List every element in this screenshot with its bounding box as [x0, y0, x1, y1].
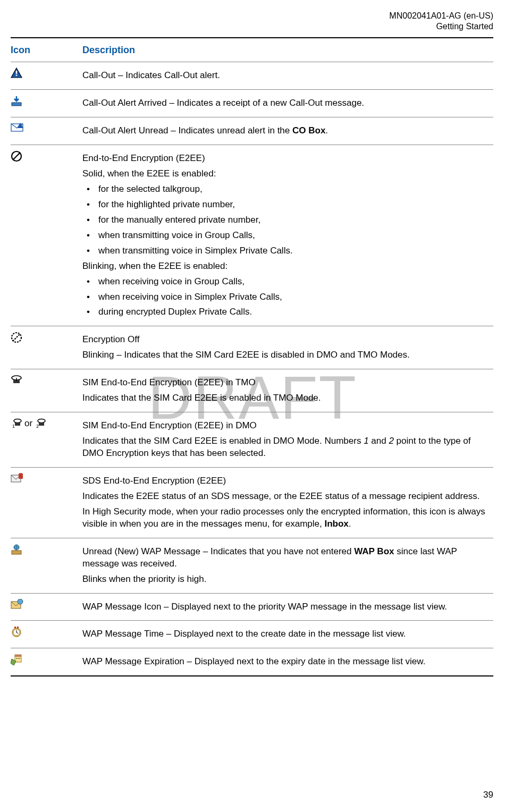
svg-rect-2: [16, 75, 17, 76]
svg-line-10: [13, 334, 20, 341]
sim-dmo-desc: Indicates that the SIM Card E2EE is enab…: [82, 435, 490, 460]
table-row: SDS End-to-End Encryption (E2EE) Indicat…: [11, 467, 493, 538]
e2ee-blink-list: when receiving voice in Group Calls, whe…: [82, 276, 490, 319]
wap-message-icon: [11, 599, 22, 611]
sds-e2ee-title: SDS End-to-End Encryption (E2EE): [82, 475, 490, 487]
table-row: Encryption Off Blinking – Indicates that…: [11, 326, 493, 369]
sds-e2ee-icon: [11, 473, 22, 485]
svg-marker-4: [14, 99, 19, 102]
table-row: WAP Message Expiration – Displayed next …: [11, 648, 493, 676]
svg-rect-36: [18, 658, 19, 659]
sim-dmo-title: SIM End-to-End Encryption (E2EE) in DMO: [82, 420, 490, 432]
callout-unread-description: Call-Out Alert Unread – Indicates unread…: [82, 125, 490, 137]
icon-description-table: Icon Description Call-Out – Indicates Ca…: [11, 38, 493, 676]
sim-e2ee-dmo-key2-icon: 2: [35, 418, 46, 430]
list-item: when transmitting voice in Group Calls,: [82, 230, 490, 242]
svg-rect-37: [19, 658, 20, 659]
e2ee-enabled-icon: [11, 150, 22, 162]
list-item: for the highlighted private number,: [82, 199, 490, 211]
page-number: 39: [483, 789, 493, 801]
list-item: during encrypted Duplex Private Calls.: [82, 306, 490, 318]
column-header-icon: Icon: [11, 38, 82, 62]
table-row: Unread (New) WAP Message – Indicates tha…: [11, 538, 493, 593]
sim-tmo-title: SIM End-to-End Encryption (E2EE) in TMO: [82, 377, 490, 389]
list-item: when transmitting voice in Simplex Priva…: [82, 245, 490, 257]
list-item: for the manually entered private number,: [82, 214, 490, 226]
e2ee-solid-intro: Solid, when the E2EE is enabled:: [82, 168, 490, 180]
e2ee-title: End-to-End Encryption (E2EE): [82, 153, 490, 165]
page-header-meta: MN002041A01-AG (en-US) Getting Started: [11, 11, 493, 32]
svg-rect-23: [12, 551, 21, 554]
callout-description: Call-Out – Indicates Call-Out alert.: [82, 70, 490, 82]
svg-text:2: 2: [36, 424, 39, 429]
svg-rect-30: [17, 627, 19, 628]
svg-point-14: [14, 419, 21, 422]
list-item: for the selected talkgroup,: [82, 183, 490, 196]
table-row: WAP Message Icon – Displayed next to the…: [11, 593, 493, 621]
svg-rect-18: [39, 422, 44, 426]
svg-rect-15: [15, 422, 20, 426]
svg-point-17: [38, 419, 45, 422]
enc-off-desc: Blinking – Indicates that the SIM Card E…: [82, 349, 490, 361]
wap-unread-icon: [11, 544, 22, 555]
or-text: or: [24, 418, 32, 430]
svg-rect-34: [15, 655, 21, 657]
wap-message-icon-desc: WAP Message Icon – Displayed next to the…: [82, 601, 490, 613]
callout-unread-icon: [11, 123, 22, 134]
table-row: End-to-End Encryption (E2EE) Solid, when…: [11, 145, 493, 326]
sds-e2ee-desc2: In High Security mode, when your radio p…: [82, 506, 490, 530]
sim-e2ee-dmo-key1-icon: 1: [11, 418, 22, 430]
list-item: when receiving voice in Simplex Private …: [82, 291, 490, 303]
callout-arrived-icon: [11, 95, 22, 107]
table-row: SIM End-to-End Encryption (E2EE) in TMO …: [11, 369, 493, 412]
list-item: when receiving voice in Group Calls,: [82, 276, 490, 288]
callout-arrived-description: Call-Out Alert Arrived – Indicates a rec…: [82, 97, 490, 109]
table-row: Call-Out Alert Unread – Indicates unread…: [11, 117, 493, 145]
table-row: WAP Message Time – Displayed next to the…: [11, 621, 493, 648]
svg-point-26: [18, 599, 23, 604]
wap-unread-desc2: Blinks when the priority is high.: [82, 573, 490, 586]
sim-e2ee-tmo-icon: [11, 375, 22, 386]
e2ee-solid-list: for the selected talkgroup, for the high…: [82, 183, 490, 257]
doc-id: MN002041A01-AG (en-US): [11, 11, 493, 21]
svg-rect-35: [16, 658, 17, 659]
enc-off-title: Encryption Off: [82, 334, 490, 346]
wap-unread-desc1: Unread (New) WAP Message – Indicates tha…: [82, 546, 490, 570]
wap-message-expiration-icon: [11, 654, 22, 665]
encryption-off-icon: [11, 332, 22, 343]
svg-text:1: 1: [12, 424, 15, 429]
doc-section: Getting Started: [11, 21, 493, 32]
sds-e2ee-desc1: Indicates the E2EE status of an SDS mess…: [82, 490, 490, 503]
table-row: Call-Out – Indicates Call-Out alert.: [11, 62, 493, 90]
svg-rect-1: [16, 71, 17, 74]
svg-rect-3: [12, 103, 21, 106]
e2ee-blink-intro: Blinking, when the E2EE is enabled:: [82, 260, 490, 273]
column-header-description: Description: [82, 38, 493, 62]
callout-alert-icon: [11, 67, 22, 79]
wap-message-time-desc: WAP Message Time – Displayed next to the…: [82, 628, 490, 640]
wap-message-expiration-desc: WAP Message Expiration – Displayed next …: [82, 656, 490, 668]
wap-message-time-icon: [11, 626, 22, 638]
sim-tmo-desc: Indicates that the SIM Card E2EE is enab…: [82, 392, 490, 404]
svg-line-8: [13, 153, 20, 160]
table-row: Call-Out Alert Arrived – Indicates a rec…: [11, 90, 493, 117]
svg-rect-29: [14, 627, 16, 628]
table-row: 1 or 2 SIM End-to-End Encryption (E2EE) …: [11, 412, 493, 468]
